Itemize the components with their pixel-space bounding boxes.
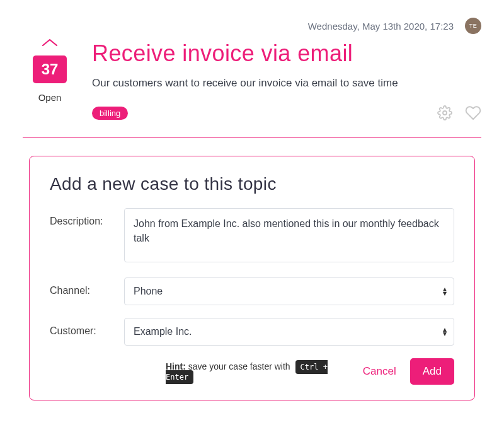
topic-content: Receive invoice via email Our customers … bbox=[92, 38, 481, 121]
add-case-form: Add a new case to this topic Description… bbox=[29, 156, 475, 400]
topic-header: 37 Open Receive invoice via email Our cu… bbox=[23, 38, 481, 138]
form-title: Add a new case to this topic bbox=[50, 174, 454, 194]
customer-value: Example Inc. bbox=[124, 318, 454, 346]
chevron-up-icon[interactable] bbox=[42, 38, 58, 47]
timestamp: Wednesday, May 13th 2020, 17:23 bbox=[308, 21, 454, 32]
status-badge: Open bbox=[38, 92, 62, 103]
cancel-button[interactable]: Cancel bbox=[363, 365, 396, 378]
avatar[interactable]: TE bbox=[465, 18, 481, 34]
heart-icon[interactable] bbox=[465, 105, 481, 121]
customer-select[interactable]: Example Inc. ▴▾ bbox=[124, 318, 454, 346]
add-button[interactable]: Add bbox=[410, 358, 454, 385]
customer-label: Customer: bbox=[50, 318, 124, 337]
topic-title: Receive invoice via email bbox=[92, 40, 481, 67]
vote-column: 37 Open bbox=[23, 38, 77, 121]
channel-label: Channel: bbox=[50, 277, 124, 296]
tag-billing[interactable]: billing bbox=[92, 107, 128, 120]
vote-count: 37 bbox=[33, 55, 67, 83]
channel-select[interactable]: Phone ▴▾ bbox=[124, 277, 454, 305]
topic-description: Our customers want to receive our invoic… bbox=[92, 77, 481, 90]
channel-value: Phone bbox=[124, 277, 454, 305]
hint-text: Hint: save your case faster with Ctrl + … bbox=[50, 361, 349, 382]
description-input[interactable] bbox=[124, 208, 454, 262]
gear-icon[interactable] bbox=[437, 105, 452, 120]
description-label: Description: bbox=[50, 208, 124, 227]
top-bar: Wednesday, May 13th 2020, 17:23 TE bbox=[23, 18, 481, 34]
svg-point-0 bbox=[443, 111, 447, 115]
